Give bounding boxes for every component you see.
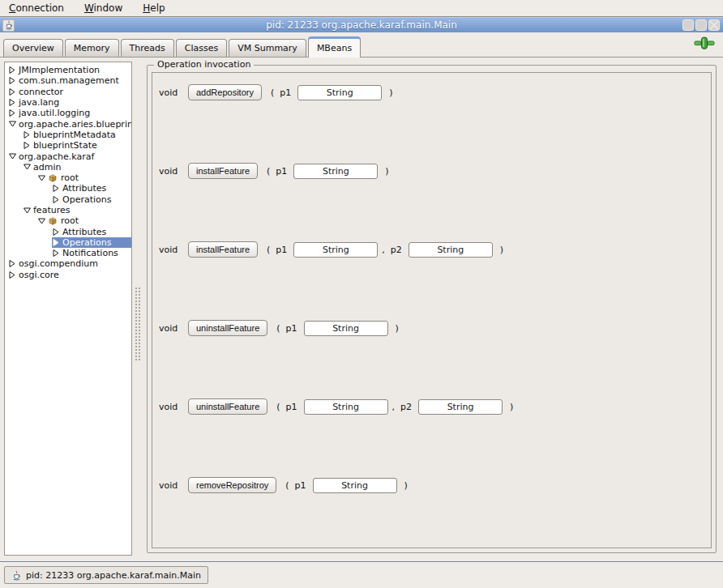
tree-item-content: osgi.core [8, 270, 131, 280]
collapsed-arrow-icon[interactable] [8, 271, 16, 279]
tree-item-label: Operations [62, 237, 111, 248]
param-input-string[interactable] [297, 85, 382, 100]
tree-item-content: java.lang [8, 97, 131, 108]
param-input-string[interactable] [293, 164, 378, 179]
tree-item-org-apache-aries-blueprint[interactable]: org.apache.aries.blueprint [5, 118, 131, 129]
param-input-string[interactable] [409, 242, 493, 258]
collapsed-arrow-icon[interactable] [23, 131, 31, 138]
tab-classes[interactable]: Classes [176, 39, 227, 57]
tree-item-label: java.lang [19, 97, 59, 108]
operation-invocation-group: Operation invocation voidaddRepository(p… [147, 65, 717, 553]
tree-item-operations[interactable]: Operations [5, 237, 131, 248]
maximize-button[interactable] [695, 19, 707, 31]
tree-item-operations[interactable]: Operations [5, 194, 131, 205]
tree-item-label: osgi.core [19, 270, 59, 280]
tree-item-notifications[interactable]: Notifications [5, 248, 131, 258]
tab-vm-summary[interactable]: VM Summary [229, 39, 306, 57]
param-input-string[interactable] [313, 478, 397, 493]
tree-item-content: root [37, 215, 131, 226]
operations-panel: voidaddRepository(p1)voidinstallFeature(… [152, 72, 712, 548]
param-name: p1 [280, 87, 291, 98]
param-input-string[interactable] [304, 399, 388, 415]
splitter-grip[interactable] [135, 287, 142, 361]
tree-indent [5, 173, 37, 183]
expanded-arrow-icon[interactable] [23, 207, 31, 214]
tree-item-osgi-core[interactable]: osgi.core [5, 270, 131, 280]
tree-item-osgi-compendium[interactable]: osgi.compendium [5, 258, 131, 269]
collapsed-arrow-icon[interactable] [52, 196, 60, 203]
collapsed-arrow-icon[interactable] [52, 228, 60, 236]
expanded-arrow-icon[interactable] [8, 121, 16, 127]
operation-button-installfeature[interactable]: installFeature [188, 241, 258, 258]
minimize-button[interactable] [682, 19, 694, 31]
mbean-tree: JMImplementationcom.sun.managementconnec… [4, 62, 132, 556]
param-input-string[interactable] [418, 399, 503, 415]
collapsed-arrow-icon[interactable] [52, 239, 60, 246]
collapsed-arrow-icon[interactable] [8, 260, 16, 267]
tree-item-connector[interactable]: connector [5, 87, 131, 97]
param-separator: , [392, 402, 396, 412]
operation-button-installfeature[interactable]: installFeature [188, 163, 258, 179]
expanded-arrow-icon[interactable] [37, 218, 45, 224]
param-name: p1 [295, 480, 306, 491]
tree-item-features[interactable]: features [5, 205, 131, 215]
tree-item-label: connector [19, 87, 63, 97]
tree-item-admin[interactable]: admin [5, 162, 131, 173]
operation-row: voiduninstallFeature(p1,p2) [156, 398, 711, 477]
operation-line: voidremoveRepositroy(p1) [156, 477, 408, 493]
tree-item-jmimplementation[interactable]: JMImplementation [5, 65, 131, 75]
tree-item-attributes[interactable]: Attributes [5, 183, 131, 194]
param-input-string[interactable] [304, 321, 388, 336]
menu-help[interactable]: Help [135, 1, 172, 15]
java-cup-icon [11, 570, 22, 581]
split-pane-divider[interactable] [133, 58, 143, 562]
collapsed-arrow-icon[interactable] [8, 88, 16, 96]
tab-threads[interactable]: Threads [121, 39, 174, 57]
operation-row: voidremoveRepositroy(p1) [156, 477, 711, 548]
tree-item-label: features [33, 205, 70, 215]
tree-item-org-apache-karaf[interactable]: org.apache.karaf [5, 151, 131, 161]
tree-item-label: org.apache.karaf [19, 151, 94, 162]
tree-item-blueprintmetadata[interactable]: blueprintMetadata [5, 130, 131, 140]
operation-line: voiduninstallFeature(p1,p2) [156, 398, 513, 415]
expanded-arrow-icon[interactable] [37, 175, 45, 181]
tree-item-root[interactable]: root [5, 215, 131, 226]
tree-item-com-sun-management[interactable]: com.sun.management [5, 75, 131, 86]
collapsed-arrow-icon[interactable] [23, 142, 31, 149]
tree-item-attributes[interactable]: Attributes [5, 226, 131, 236]
operation-button-uninstallfeature[interactable]: uninstallFeature [188, 320, 267, 336]
operation-button-uninstallfeature[interactable]: uninstallFeature [188, 398, 267, 415]
tree-item-blueprintstate[interactable]: blueprintState [5, 140, 131, 151]
return-type: void [159, 245, 183, 255]
operation-button-removerepositroy[interactable]: removeRepositroy [188, 477, 276, 493]
collapsed-arrow-icon[interactable] [8, 109, 16, 117]
close-button[interactable] [708, 19, 720, 31]
tree-item-java-util-logging[interactable]: java.util.logging [5, 108, 131, 118]
collapsed-arrow-icon[interactable] [52, 249, 60, 257]
operation-button-addrepository[interactable]: addRepository [188, 84, 262, 100]
tree-item-content: Attributes [52, 226, 131, 236]
expanded-arrow-icon[interactable] [8, 153, 16, 160]
collapsed-arrow-icon[interactable] [8, 77, 16, 84]
param-input-string[interactable] [293, 242, 378, 258]
tree-indent [5, 130, 23, 140]
collapsed-arrow-icon[interactable] [8, 66, 16, 74]
collapsed-arrow-icon[interactable] [52, 185, 60, 192]
window-title: pid: 21233 org.apache.karaf.main.Main [0, 19, 723, 31]
menu-connection[interactable]: Connection [2, 1, 71, 15]
tab-bar: OverviewMemoryThreadsClassesVM SummaryMB… [0, 32, 723, 57]
expanded-arrow-icon[interactable] [23, 164, 31, 170]
tree-item-label: blueprintState [33, 140, 97, 151]
tree-item-root[interactable]: root [5, 173, 131, 183]
tab-mbeans[interactable]: MBeans [308, 36, 361, 58]
menu-window[interactable]: Window [77, 1, 130, 15]
tree-item-label: root [61, 173, 79, 183]
tab-memory[interactable]: Memory [65, 39, 119, 57]
tree-item-label: com.sun.management [19, 75, 119, 86]
paren-close: ) [510, 402, 513, 412]
frame-taskbar-button[interactable]: pid: 21233 org.apache.karaf.main.Main [4, 566, 208, 584]
tree-item-java-lang[interactable]: java.lang [5, 97, 131, 108]
collapsed-arrow-icon[interactable] [8, 99, 16, 106]
internal-frame-titlebar[interactable]: pid: 21233 org.apache.karaf.main.Main [0, 17, 723, 32]
tab-overview[interactable]: Overview [3, 39, 63, 57]
